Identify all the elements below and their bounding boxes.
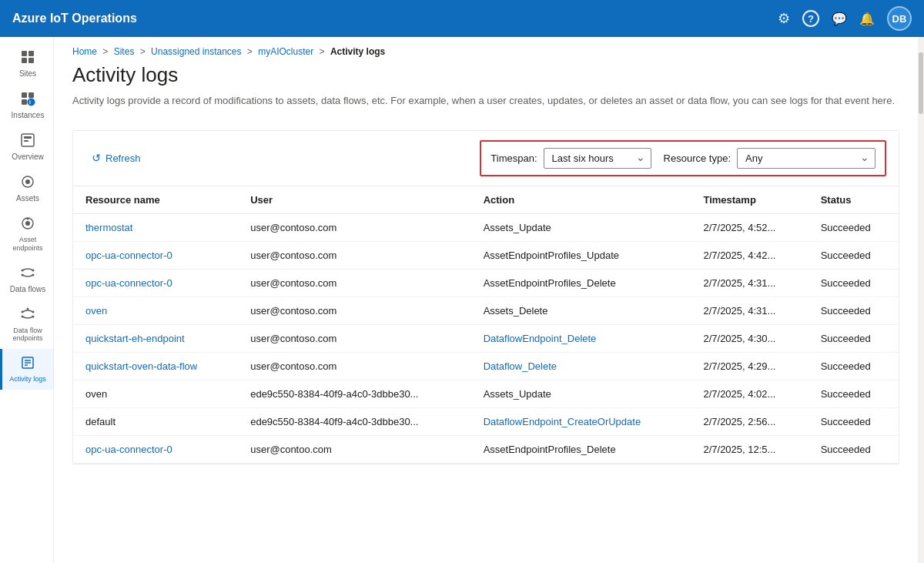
activity-logs-icon	[20, 355, 35, 373]
breadcrumb-current: Activity logs	[330, 46, 385, 57]
cell-user: ede9c550-8384-40f9-a4c0-3dbbe30...	[238, 407, 470, 435]
svg-point-22	[22, 310, 24, 313]
data-flows-icon	[20, 265, 35, 283]
content-area: Home > Sites > Unassigned instances > my…	[54, 37, 918, 563]
cell-resource-name[interactable]: opc-ua-connector-0	[73, 241, 238, 269]
assets-icon	[20, 174, 35, 192]
svg-rect-1	[28, 51, 34, 56]
sidebar-label-asset-endpoints: Asset endpoints	[5, 236, 50, 253]
resource-type-select[interactable]: Any Asset AssetEndpointProfile Dataflow …	[737, 148, 875, 169]
sidebar-item-activity-logs[interactable]: Activity logs	[0, 349, 53, 390]
cell-timestamp: 2/7/2025, 12:5...	[691, 435, 808, 463]
asset-endpoints-icon	[20, 216, 35, 233]
action-link[interactable]: DataflowEndpoint_Delete	[484, 333, 597, 344]
cell-action[interactable]: DataflowEndpoint_CreateOrUpdate	[471, 407, 691, 435]
overview-icon	[20, 132, 35, 150]
sidebar-item-instances[interactable]: i Instances	[0, 85, 53, 126]
svg-point-26	[27, 307, 29, 310]
cell-timestamp: 2/7/2025, 4:31...	[691, 269, 808, 297]
sidebar-label-instances: Instances	[12, 111, 45, 120]
cell-status: Succeeded	[808, 213, 899, 241]
action-link[interactable]: Dataflow_Delete	[484, 360, 557, 372]
cell-resource-name[interactable]: opc-ua-connector-0	[73, 269, 238, 297]
svg-rect-6	[22, 99, 27, 105]
cell-user: user@contoso.com	[238, 269, 470, 297]
cell-action: Assets_Update	[471, 213, 691, 241]
sidebar-item-sites[interactable]: Sites	[0, 43, 53, 85]
svg-rect-4	[22, 92, 27, 98]
svg-point-25	[32, 315, 35, 317]
table-row: opc-ua-connector-0user@contoso.comAssetE…	[73, 269, 899, 297]
timespan-select[interactable]: Last hour Last six hours Last 24 hours L…	[544, 148, 651, 169]
breadcrumb-unassigned[interactable]: Unassigned instances	[151, 46, 241, 57]
action-link[interactable]: DataflowEndpoint_CreateOrUpdate	[484, 416, 641, 427]
breadcrumb-sep-1: >	[102, 46, 110, 57]
breadcrumb-cluster[interactable]: myAIOcluster	[258, 46, 313, 57]
avatar[interactable]: DB	[887, 6, 912, 31]
cell-resource-name[interactable]: quickstart-oven-data-flow	[73, 352, 238, 380]
scrollbar-thumb	[919, 52, 923, 114]
cell-resource-name[interactable]: oven	[73, 297, 238, 324]
cell-resource-name[interactable]: quickstart-eh-endpoint	[73, 324, 238, 352]
cell-action: AssetEndpointProfiles_Delete	[471, 269, 691, 297]
cell-user: ede9c550-8384-40f9-a4c0-3dbbe30...	[238, 380, 470, 407]
breadcrumb-home[interactable]: Home	[72, 46, 97, 57]
cell-status: Succeeded	[808, 352, 899, 380]
svg-point-20	[22, 273, 24, 276]
refresh-button[interactable]: ↻ Refresh	[85, 149, 147, 167]
svg-rect-2	[22, 58, 27, 63]
cell-timestamp: 2/7/2025, 4:29...	[691, 352, 808, 380]
sidebar-item-overview[interactable]: Overview	[0, 126, 53, 168]
resource-name-link[interactable]: opc-ua-connector-0	[85, 277, 172, 289]
resource-name-link[interactable]: opc-ua-connector-0	[85, 250, 172, 261]
sidebar-item-asset-endpoints[interactable]: Asset endpoints	[0, 209, 53, 259]
cell-user: user@contoso.com	[238, 241, 470, 269]
table-body: thermostatuser@contoso.comAssets_Update2…	[73, 213, 899, 463]
resource-name-link[interactable]: opc-ua-connector-0	[85, 444, 172, 455]
feedback-icon[interactable]: 💬	[832, 12, 847, 26]
breadcrumb-sep-2: >	[140, 46, 148, 57]
table-row: thermostatuser@contoso.comAssets_Update2…	[73, 213, 899, 241]
help-icon[interactable]: ?	[802, 10, 819, 27]
sidebar-item-data-flow-endpoints[interactable]: Data flow endpoints	[0, 300, 53, 350]
cell-resource-name[interactable]: opc-ua-connector-0	[73, 435, 238, 463]
cell-timestamp: 2/7/2025, 4:52...	[691, 213, 808, 241]
right-scrollbar[interactable]	[918, 37, 924, 563]
sidebar-item-assets[interactable]: Assets	[0, 168, 53, 209]
cell-timestamp: 2/7/2025, 4:30...	[691, 324, 808, 352]
cell-action[interactable]: Dataflow_Delete	[471, 352, 691, 380]
breadcrumb-sites[interactable]: Sites	[114, 46, 135, 57]
notification-icon[interactable]: 🔔	[859, 12, 875, 26]
resource-type-label: Resource type:	[664, 152, 731, 164]
page-title: Activity logs	[72, 63, 899, 87]
resource-name-link[interactable]: quickstart-oven-data-flow	[85, 360, 197, 372]
topnav: Azure IoT Operations ⚙ ? 💬 🔔 DB	[0, 0, 924, 37]
settings-icon[interactable]: ⚙	[778, 10, 790, 27]
sidebar-item-data-flows[interactable]: Data flows	[0, 259, 53, 300]
resource-name-link[interactable]: oven	[85, 305, 107, 317]
cell-status: Succeeded	[808, 380, 899, 407]
cell-resource-name[interactable]: thermostat	[73, 213, 238, 241]
svg-point-14	[25, 179, 30, 184]
svg-rect-3	[28, 58, 34, 63]
cell-user: user@contoso.com	[238, 297, 470, 324]
sidebar: Sites i Instances	[0, 37, 54, 563]
svg-point-23	[32, 310, 35, 313]
col-header-status: Status	[808, 186, 899, 214]
cell-user: user@contoso.com	[238, 324, 470, 352]
sidebar-label-overview: Overview	[12, 152, 44, 162]
resource-name-link[interactable]: quickstart-eh-endpoint	[85, 333, 185, 344]
resource-name-link[interactable]: thermostat	[85, 222, 132, 233]
cell-status: Succeeded	[808, 241, 899, 269]
breadcrumb-sep-3: >	[247, 46, 255, 57]
toolbar-filters: Timespan: Last hour Last six hours Last …	[480, 140, 886, 176]
timespan-filter-group: Timespan: Last hour Last six hours Last …	[490, 148, 651, 169]
table-row: opc-ua-connector-0user@contoo.comAssetEn…	[73, 435, 899, 463]
sidebar-label-activity-logs: Activity logs	[9, 375, 46, 384]
resource-type-filter-group: Resource type: Any Asset AssetEndpointPr…	[664, 148, 875, 169]
cell-action[interactable]: DataflowEndpoint_Delete	[471, 324, 691, 352]
refresh-label: Refresh	[105, 152, 141, 164]
timespan-label: Timespan:	[490, 152, 537, 164]
page-description: Activity logs provide a record of modifi…	[72, 93, 899, 109]
svg-point-19	[32, 269, 35, 271]
